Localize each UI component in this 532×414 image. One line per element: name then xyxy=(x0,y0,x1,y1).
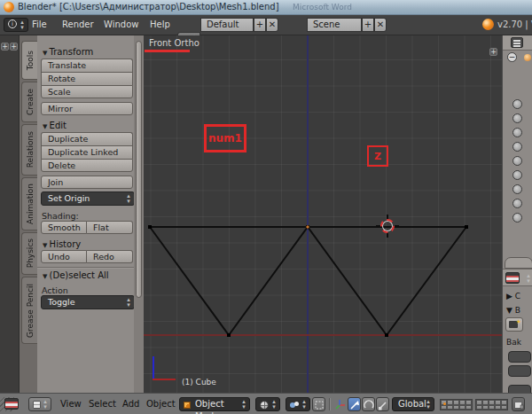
layer-toggle[interactable] xyxy=(459,405,466,410)
scrollbar-thumb[interactable] xyxy=(136,41,142,298)
layer-toggle[interactable] xyxy=(482,405,489,410)
tab-grease-pencil[interactable]: Grease Pencil xyxy=(21,277,37,344)
properties-tab-icon[interactable] xyxy=(512,213,522,223)
layer-toggle[interactable] xyxy=(441,405,447,410)
close-scene-button[interactable]: ✕ xyxy=(374,18,387,32)
mirror-button[interactable]: Mirror xyxy=(41,102,133,115)
properties-tab-icon[interactable] xyxy=(512,113,522,123)
rotate-manipulator-button[interactable] xyxy=(362,397,375,411)
panel-header-history[interactable]: History xyxy=(43,239,81,249)
join-button[interactable]: Join xyxy=(41,176,133,189)
properties-tab-icon[interactable] xyxy=(512,170,522,180)
viewport-shading-select[interactable] xyxy=(255,397,280,411)
object-dot-icon xyxy=(524,54,531,61)
layer-toggle-group-1[interactable] xyxy=(440,399,473,410)
panel-header-edit[interactable]: Edit xyxy=(43,121,66,130)
chevron-updown-icon xyxy=(525,273,532,284)
layer-toggle[interactable] xyxy=(447,405,453,410)
lock-to-scene-toggle[interactable] xyxy=(512,397,525,411)
properties-tab-icon[interactable] xyxy=(512,142,522,152)
delete-button[interactable]: Delete xyxy=(41,159,133,172)
properties-tab-icon[interactable] xyxy=(512,128,522,137)
editor-type-icon[interactable] xyxy=(505,272,520,284)
menu-render[interactable]: Render xyxy=(59,18,98,32)
background-window-text: Microsoft Word xyxy=(293,3,352,12)
toolshelf-scrollbar[interactable] xyxy=(134,35,144,393)
menu-window[interactable]: Window xyxy=(100,18,142,32)
menu-select[interactable]: Select xyxy=(89,397,116,411)
panel-divider xyxy=(37,267,144,268)
smooth-button[interactable]: Smooth xyxy=(41,221,87,234)
flat-button[interactable]: Flat xyxy=(87,221,133,234)
bake-label: Bak xyxy=(506,338,521,347)
properties-tab-icon[interactable] xyxy=(512,199,522,208)
title-bar[interactable]: Blender* [C:\Users\Администратор\Desktop… xyxy=(0,0,532,15)
menu-file[interactable]: File xyxy=(28,18,51,32)
menu-add[interactable]: Add xyxy=(122,397,139,411)
tab-animation[interactable]: Animation xyxy=(21,177,37,230)
panel-header-transform[interactable]: Transform xyxy=(43,47,93,57)
duplicate-button[interactable]: Duplicate xyxy=(41,132,133,145)
outliner-header[interactable] xyxy=(503,35,532,51)
chevron-updown-icon xyxy=(240,399,247,410)
layer-toggle-group-2[interactable] xyxy=(475,399,508,410)
collapsed-panel-row[interactable]: ▶ C xyxy=(506,292,520,301)
editor-type-selector-info[interactable]: i xyxy=(4,18,28,32)
layer-toggle[interactable] xyxy=(476,405,482,410)
panel-button[interactable] xyxy=(508,351,531,363)
properties-tab-icon[interactable] xyxy=(512,99,522,109)
layer-toggle[interactable] xyxy=(495,405,501,410)
scene-name[interactable]: Scene xyxy=(307,18,362,32)
editor-type-selector-3dview[interactable] xyxy=(28,397,51,411)
translate-manipulator-button[interactable] xyxy=(348,397,361,411)
viewport-3d[interactable]: Front Ortho num1 Z (1) Cube + xyxy=(144,35,502,393)
translate-button[interactable]: Translate xyxy=(41,59,133,72)
right-panel-sliver: − ▶ C ▼ B ★ Bak xyxy=(502,35,532,393)
pivot-point-select[interactable] xyxy=(286,397,310,411)
properties-editor-header[interactable] xyxy=(503,269,532,286)
scale-button[interactable]: Scale xyxy=(41,85,133,98)
menu-help[interactable]: Help xyxy=(146,18,174,32)
expand-region-plus-icon[interactable]: + xyxy=(10,43,18,51)
expanded-panel-row[interactable]: ▼ B xyxy=(506,306,520,315)
duplicate-linked-button[interactable]: Duplicate Linked xyxy=(41,145,133,159)
rotate-button[interactable]: Rotate xyxy=(41,72,133,85)
panel-header-deselect-all[interactable]: (De)select All xyxy=(43,270,109,280)
chevron-updown-icon xyxy=(42,399,49,410)
tab-physics[interactable]: Physics xyxy=(21,232,37,275)
screen-layout-name[interactable]: Default xyxy=(200,18,254,32)
action-select[interactable]: Toggle xyxy=(41,295,135,309)
manipulate-center-points-toggle[interactable] xyxy=(312,397,325,411)
cursor-3d-icon[interactable] xyxy=(380,219,395,233)
menu-object[interactable]: Object xyxy=(146,397,176,411)
mode-select[interactable]: Object Mode xyxy=(179,397,250,411)
redo-button[interactable]: Redo xyxy=(87,250,133,263)
mini-axis-z-icon xyxy=(153,356,154,380)
close-layout-button[interactable]: ✕ xyxy=(266,18,278,32)
menu-view[interactable]: View xyxy=(60,397,82,411)
layer-toggle[interactable] xyxy=(489,405,495,410)
properties-tab-icon[interactable] xyxy=(512,184,522,194)
collapse-minus-icon[interactable]: − xyxy=(507,52,517,62)
expand-properties-plus-icon[interactable]: + xyxy=(489,48,497,56)
scale-manipulator-button[interactable] xyxy=(376,397,389,411)
transform-orientation-select[interactable]: Global xyxy=(392,397,434,411)
undo-button[interactable]: Undo xyxy=(41,250,87,263)
layer-toggle[interactable] xyxy=(501,405,507,410)
add-layout-button[interactable]: + xyxy=(254,18,266,32)
tab-relations[interactable]: Relations xyxy=(21,124,37,176)
editor-type-icon-properties[interactable] xyxy=(4,398,19,410)
manipulator-toggle[interactable] xyxy=(333,397,347,411)
set-origin-select[interactable]: Set Origin xyxy=(41,191,135,206)
expand-region-plus-icon[interactable]: + xyxy=(1,43,9,51)
window-title: Blender* [C:\Users\Администратор\Desktop… xyxy=(18,2,279,12)
panel-button[interactable] xyxy=(508,365,531,377)
tab-create[interactable]: Create xyxy=(21,82,37,122)
properties-tab-icon[interactable] xyxy=(512,156,522,166)
tab-tools[interactable]: Tools xyxy=(21,41,37,80)
render-image-button[interactable]: ★ xyxy=(505,317,523,332)
add-scene-button[interactable]: + xyxy=(362,18,374,32)
layer-toggle[interactable] xyxy=(453,405,459,410)
layer-toggle[interactable] xyxy=(466,405,472,410)
chevron-updown-icon xyxy=(270,399,278,410)
